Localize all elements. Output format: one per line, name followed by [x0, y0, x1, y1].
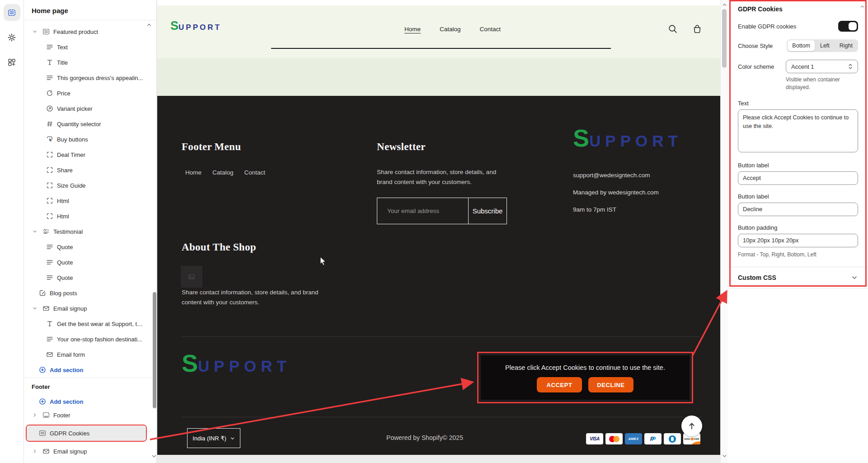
footer-link-catalog[interactable]: Catalog [212, 169, 234, 176]
sidebar-scroll-down-icon[interactable] [151, 453, 157, 459]
chevron-right-icon[interactable] [31, 412, 39, 418]
style-option-right[interactable]: Right [835, 40, 857, 51]
variant-icon [46, 105, 53, 112]
tree-item-email-form[interactable]: Email form [24, 347, 156, 362]
tree-item-gdpr-cookies[interactable]: GDPR Cookies [27, 425, 146, 441]
sidebar-scroll-up-icon[interactable] [146, 22, 152, 28]
footer-link-contact[interactable]: Contact [244, 169, 266, 176]
tree-item-label: Get the best wear at Support, th... [57, 321, 145, 327]
theme-editor: Home page Featured productTextTitleThis … [0, 0, 868, 463]
custom-icon [46, 213, 53, 220]
app-rail [0, 0, 24, 463]
tree-item-email-signup[interactable]: Email signup [24, 301, 156, 316]
tree-item-quantity-selector[interactable]: Quantity selector [24, 116, 156, 132]
cart-bag-icon[interactable] [692, 24, 702, 34]
enable-gdpr-label: Enable GDPR cookies [738, 23, 838, 30]
chevron-down-icon[interactable] [31, 229, 39, 234]
scroll-down-icon[interactable] [722, 453, 727, 459]
tree-item-buy-buttons[interactable]: Buy buttons [24, 132, 156, 147]
rail-settings-button[interactable] [4, 29, 20, 46]
preview-scrollbar[interactable] [720, 0, 728, 463]
rail-sections-button[interactable] [4, 4, 20, 21]
accept-label-field[interactable] [738, 171, 858, 185]
chevron-right-icon[interactable] [31, 449, 39, 454]
select-stepper-icon [847, 63, 854, 70]
chevron-down-icon[interactable] [31, 306, 39, 311]
tree-item-label: Quote [57, 259, 73, 266]
text-icon [46, 259, 53, 266]
nav-link-contact[interactable]: Contact [480, 26, 501, 33]
tree-item-get-the-best-wear-at-support[interactable]: Get the best wear at Support, th... [24, 316, 156, 331]
sidebar-scrollbar-thumb[interactable] [153, 292, 156, 408]
add-icon [39, 398, 46, 405]
chevron-down-icon[interactable] [31, 29, 39, 34]
enable-gdpr-toggle[interactable] [838, 21, 858, 32]
text-icon [46, 274, 53, 281]
banner-text-field[interactable]: Please click Accept Cookies to continue … [738, 109, 858, 152]
footer-group: Add sectionFooterGDPR CookiesEmail signu… [24, 395, 156, 458]
scheme-help-text: Visible when container displayed. [786, 76, 858, 92]
footer-link-home[interactable]: Home [185, 169, 202, 176]
preview-scrollbar-thumb[interactable] [722, 9, 727, 68]
text-label: Text [738, 100, 858, 107]
panel-scroll-up-icon[interactable] [859, 4, 865, 9]
tree-item-quote[interactable]: Quote [24, 255, 156, 270]
tree-item-this-gorgeous-dress-s-appeal[interactable]: This gorgeous dress's appealin... [24, 70, 156, 85]
search-icon[interactable] [668, 24, 678, 34]
tree-item-price[interactable]: $Price [24, 85, 156, 101]
decline-label-field[interactable] [738, 203, 858, 216]
tree-item-share[interactable]: Share [24, 162, 156, 178]
amex-payment-icon: AMEX [625, 433, 642, 444]
tree-item-label: Email signup [53, 305, 87, 312]
scroll-up-icon[interactable] [722, 2, 727, 8]
email-icon [42, 305, 50, 312]
gdpr-cookie-banner: Please click Accept Cookies to continue … [481, 355, 690, 400]
tree-item-size-guide[interactable]: Size Guide [24, 178, 156, 193]
store-hours: 9am to 7pm IST [573, 206, 616, 213]
tree-item-blog-posts[interactable]: Blog posts [24, 285, 156, 301]
gdpr-cookies-annotation-box: GDPR Cookies [26, 425, 147, 442]
custom-css-section[interactable]: Custom CSS [738, 267, 858, 288]
tree-item-footer[interactable]: Footer [24, 408, 156, 422]
country-currency-selector[interactable]: India (INR ₹) [187, 428, 240, 448]
style-option-left[interactable]: Left [816, 40, 834, 51]
page-background [157, 455, 720, 463]
tree-item-label: Blog posts [50, 290, 77, 297]
nav-link-home[interactable]: Home [404, 26, 421, 33]
add-icon [39, 366, 46, 373]
button-padding-field[interactable] [738, 234, 858, 247]
store-logo[interactable]: SUPPORT [170, 19, 221, 33]
price-icon: $ [46, 90, 53, 97]
text-icon [46, 74, 53, 81]
tree-item-email-signup[interactable]: Email signup [24, 444, 156, 458]
tree-item-quote[interactable]: Quote [24, 270, 156, 285]
scroll-to-top-button[interactable] [681, 416, 702, 436]
tree-item-title[interactable]: Title [24, 55, 156, 70]
arrow-up-icon [687, 421, 697, 431]
rail-apps-button[interactable] [4, 54, 20, 71]
tree-item-html[interactable]: Html [24, 193, 156, 208]
tree-item-quote[interactable]: Quote [24, 239, 156, 255]
section-icon [42, 28, 50, 35]
tree-item-deal-timer[interactable]: Deal Timer [24, 147, 156, 162]
tree-item-html[interactable]: Html [24, 208, 156, 224]
subscribe-button[interactable]: Subscribe [468, 198, 507, 224]
email-input[interactable] [377, 198, 468, 224]
style-option-bottom[interactable]: Bottom [788, 40, 815, 51]
toggle-knob [849, 22, 857, 30]
custom-icon [46, 182, 53, 189]
decline-cookies-button[interactable]: DECLINE [588, 377, 633, 392]
tree-item-variant-picker[interactable]: Variant picker [24, 101, 156, 116]
accept-cookies-button[interactable]: ACCEPT [537, 377, 582, 392]
color-scheme-select[interactable]: Accent 1 [786, 60, 858, 73]
tree-item-label: Email signup [53, 448, 87, 455]
tree-item-featured-product[interactable]: Featured product [24, 24, 156, 39]
mouse-cursor [319, 256, 328, 266]
tree-item-testimonial[interactable]: Testimonial [24, 224, 156, 239]
add-section-button[interactable]: Add section [24, 362, 156, 378]
add-section-button[interactable]: Add section [24, 395, 156, 408]
tree-item-your-one-stop-fashion-destin[interactable]: Your one-stop fashion destinati... [24, 331, 156, 347]
about-heading: About The Shop [182, 241, 256, 253]
tree-item-text[interactable]: Text [24, 39, 156, 55]
nav-link-catalog[interactable]: Catalog [440, 26, 461, 33]
